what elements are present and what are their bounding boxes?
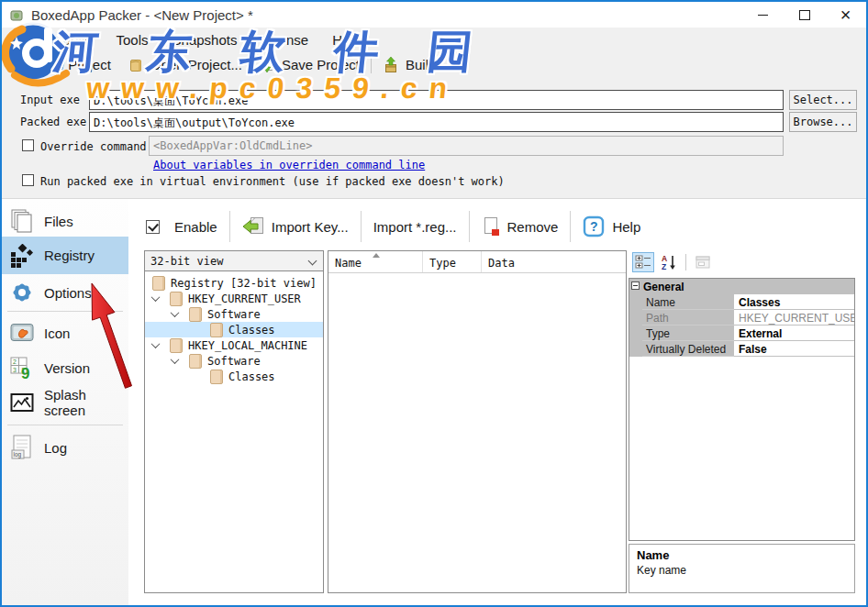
registry-page: Enable Import Key... Import *.reg...: [128, 199, 866, 605]
sidebar-item-label: Splash screen: [44, 387, 128, 418]
close-button[interactable]: ×: [825, 2, 866, 28]
chevron-down-icon[interactable]: [171, 355, 180, 364]
sidebar-item-label: Files: [44, 214, 73, 229]
property-row-type[interactable]: Type External: [629, 326, 854, 341]
help-button[interactable]: ? Help: [579, 214, 644, 239]
import-key-icon: [242, 216, 264, 237]
sidebar-item-files[interactable]: Files: [2, 204, 128, 237]
tree-row-software2[interactable]: Software: [145, 353, 323, 369]
svg-text:?: ?: [590, 219, 598, 234]
input-exe-field[interactable]: D:\tools\桌面\ToYcon.exe: [89, 90, 784, 110]
sidebar: Files Registry: [2, 199, 128, 605]
registry-tree-panel: 32-bit view Registry [32-bit view] HKEY_…: [144, 250, 324, 593]
enable-checkbox[interactable]: Enable: [142, 217, 221, 237]
packed-exe-field[interactable]: D:\tools\桌面\output\ToYcon.exe: [89, 112, 784, 132]
sidebar-item-icon[interactable]: Icon: [2, 316, 128, 349]
menu-tools[interactable]: Tools: [105, 28, 161, 51]
property-row-virtually-deleted[interactable]: Virtually Deleted False: [629, 341, 854, 357]
property-value: HKEY_CURRENT_USER\SOFTWARE: [734, 310, 854, 326]
menu-license[interactable]: License: [249, 28, 320, 51]
tree-label: Classes: [228, 370, 275, 383]
remove-label: Remove: [507, 219, 559, 235]
remove-button[interactable]: Remove: [478, 215, 562, 238]
column-header-data[interactable]: Data: [482, 251, 626, 272]
alphabetical-sort-button[interactable]: A Z: [658, 252, 680, 272]
sidebar-item-log[interactable]: log Log: [2, 431, 128, 464]
property-value[interactable]: External: [734, 326, 854, 341]
property-value[interactable]: Classes: [734, 294, 854, 310]
property-row-path[interactable]: Path HKEY_CURRENT_USER\SOFTWARE: [629, 310, 854, 326]
sidebar-divider: [7, 311, 123, 312]
build-icon: [383, 57, 399, 73]
view-selector-dropdown[interactable]: 32-bit view: [145, 251, 323, 271]
tree-label: Software: [207, 308, 261, 321]
minimize-icon: [758, 15, 768, 16]
app-icon: [9, 7, 24, 22]
import-reg-button[interactable]: Import *.reg...: [370, 217, 461, 237]
sidebar-item-options[interactable]: Options: [2, 275, 128, 310]
chevron-down-icon[interactable]: [171, 308, 180, 317]
tree-row-classes2[interactable]: Classes: [145, 369, 323, 384]
main-toolbar: New Project Open Project... Save Project: [2, 52, 866, 77]
about-variables-link[interactable]: About variables in overriden command lin…: [153, 159, 425, 171]
import-key-button[interactable]: Import Key...: [239, 215, 352, 238]
collapse-icon[interactable]: [631, 281, 640, 290]
registry-values-panel: Name Type Data: [328, 250, 627, 593]
svg-text:Z: Z: [662, 262, 666, 270]
open-project-icon: [128, 57, 144, 73]
log-icon: log: [9, 435, 35, 460]
maximize-icon: [799, 10, 810, 20]
override-command-line-checkbox[interactable]: [22, 139, 34, 151]
folder-icon: [189, 307, 202, 322]
chevron-down-icon[interactable]: [151, 339, 161, 348]
packed-exe-label: Packed exe: [20, 116, 86, 128]
menu-help[interactable]: Help: [320, 28, 373, 51]
az-sort-icon: A Z: [661, 254, 677, 270]
sidebar-item-registry[interactable]: Registry: [2, 237, 128, 274]
open-project-button[interactable]: Open Project...: [119, 55, 250, 75]
categorized-button[interactable]: [632, 252, 654, 272]
override-command-line-field: <BoxedAppVar:OldCmdLine>: [149, 136, 784, 156]
select-button[interactable]: Select...: [789, 90, 857, 110]
run-virtual-checkbox[interactable]: [22, 174, 34, 186]
tree-row-root[interactable]: Registry [32-bit view]: [145, 275, 323, 291]
registry-icon: [9, 243, 35, 269]
run-virtual-label: Run packed exe in virtual environment (u…: [40, 175, 505, 188]
sidebar-item-version[interactable]: 2 3 1 9 Version: [2, 351, 128, 384]
build-button[interactable]: Build: [374, 55, 444, 75]
folder-icon: [152, 276, 165, 291]
tree-row-classes-selected[interactable]: Classes: [145, 322, 323, 337]
folder-icon: [189, 354, 202, 369]
property-row-name[interactable]: Name Classes: [629, 294, 854, 310]
property-value[interactable]: False: [734, 341, 854, 357]
sidebar-item-label: Log: [44, 440, 67, 456]
chevron-down-icon: [308, 257, 317, 266]
app-window: BoxedApp Packer - <New Project> * × File…: [0, 0, 868, 607]
sidebar-item-splash-screen[interactable]: Splash screen: [2, 386, 128, 419]
window-title: BoxedApp Packer - <New Project> *: [31, 7, 253, 23]
import-key-label: Import Key...: [272, 219, 349, 235]
new-project-label: New Project: [37, 57, 111, 72]
save-project-button[interactable]: Save Project: [250, 55, 368, 75]
new-project-button[interactable]: New Project: [6, 55, 119, 75]
browse-button[interactable]: Browse...: [789, 112, 857, 132]
tree-row-hkcu[interactable]: HKEY_CURRENT_USER: [145, 291, 323, 306]
property-category-row[interactable]: General: [629, 279, 854, 294]
property-grid: General Name Classes Path HKEY_CURRENT_U…: [629, 278, 855, 541]
maximize-button[interactable]: [784, 2, 825, 28]
menu-snapshots[interactable]: Snapshots: [161, 28, 250, 51]
column-header-type[interactable]: Type: [423, 251, 482, 272]
menu-build[interactable]: Build: [50, 28, 104, 51]
files-icon: [9, 208, 35, 234]
menu-file[interactable]: File: [4, 28, 50, 51]
tree-row-software[interactable]: Software: [145, 306, 323, 322]
splash-screen-icon: [9, 390, 35, 415]
svg-text:9: 9: [21, 365, 29, 380]
import-reg-label: Import *.reg...: [373, 219, 457, 235]
toolbar-separator: [371, 56, 372, 73]
chevron-down-icon[interactable]: [151, 292, 161, 302]
menu-bar: File Build Tools Snapshots License Help: [2, 28, 866, 52]
tree-row-hklm[interactable]: HKEY_LOCAL_MACHINE: [145, 337, 323, 353]
minimize-button[interactable]: [742, 2, 784, 28]
folder-icon: [170, 292, 183, 306]
